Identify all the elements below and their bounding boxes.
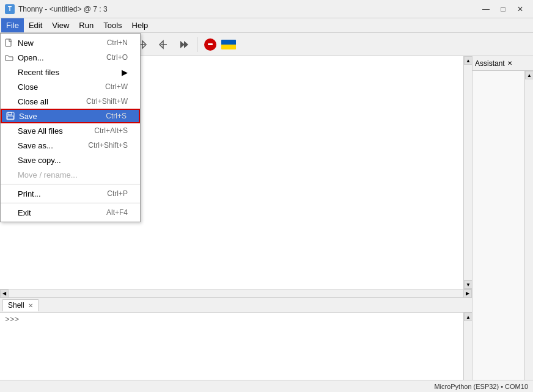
menu-run[interactable]: Run (74, 18, 98, 32)
shell-prompt: >>> (5, 315, 19, 324)
menu-item-close[interactable]: Close Ctrl+W (1, 79, 140, 94)
assistant-content[interactable] (472, 71, 524, 392)
shell-tab[interactable]: Shell ✕ (2, 299, 39, 311)
shell-vscroll-track[interactable] (464, 321, 472, 383)
step-out-button[interactable] (153, 35, 173, 54)
assistant-vscroll-track[interactable] (525, 79, 533, 383)
menu-view[interactable]: View (47, 18, 74, 32)
assistant-tab-label: Assistant (475, 59, 505, 68)
assistant-tab-close[interactable]: ✕ (507, 60, 512, 67)
menu-file[interactable]: File (1, 18, 24, 32)
shell-vscroll-up[interactable]: ▲ (464, 313, 472, 321)
ukraine-flag-icon (221, 40, 236, 49)
menu-item-save-label: Save (19, 112, 94, 121)
menu-item-open-label: Open... (18, 53, 94, 62)
menu-item-new-label: New (18, 38, 95, 48)
menu-item-recent-label: Recent files (18, 68, 122, 77)
menu-item-print[interactable]: Print... Ctrl+P (1, 186, 140, 201)
assistant-content-wrapper: ▲ ▼ (472, 71, 533, 392)
menu-item-new-shortcut: Ctrl+N (107, 38, 128, 47)
editor-vscroll-down[interactable]: ▼ (464, 280, 472, 289)
menu-item-open-shortcut: Ctrl+O (106, 53, 128, 62)
menu-item-close-all-shortcut: Ctrl+Shift+W (86, 97, 128, 106)
toolbar-separator-2 (197, 37, 197, 52)
svg-rect-15 (6, 39, 11, 46)
recent-arrow-icon: ▶ (122, 68, 128, 77)
new-icon (4, 38, 14, 48)
menu-item-save-all[interactable]: Save All files Ctrl+Alt+S (1, 123, 140, 138)
file-dropdown: New Ctrl+N Open... Ctrl+O Recent files ▶… (0, 33, 141, 222)
svg-marker-13 (180, 41, 185, 48)
assistant-panel: Assistant ✕ ▲ ▼ (472, 56, 533, 392)
status-text: MicroPython (ESP32) • COM10 (434, 383, 528, 390)
menu-item-exit[interactable]: Exit Alt+F4 (1, 205, 140, 220)
assistant-tab-bar: Assistant ✕ (472, 56, 533, 71)
editor-hscroll-track[interactable] (9, 289, 463, 297)
menu-item-move-rename: Move / rename... (1, 167, 140, 182)
menu-item-exit-shortcut: Alt+F4 (106, 208, 128, 217)
menu-item-save-copy-label: Save copy... (18, 156, 128, 165)
shell-tab-bar: Shell ✕ (0, 298, 472, 313)
menu-item-recent[interactable]: Recent files ▶ (1, 65, 140, 79)
close-button[interactable]: ✕ (512, 3, 528, 15)
svg-rect-18 (7, 116, 13, 119)
file-dropdown-menu: New Ctrl+N Open... Ctrl+O Recent files ▶… (0, 33, 141, 222)
menu-item-open[interactable]: Open... Ctrl+O (1, 50, 140, 65)
menu-item-close-all[interactable]: Close all Ctrl+Shift+W (1, 94, 140, 109)
menu-separator-1 (1, 184, 140, 184)
menu-item-save[interactable]: Save Ctrl+S (1, 109, 140, 123)
menu-item-print-label: Print... (18, 189, 95, 198)
menu-item-save-as-shortcut: Ctrl+Shift+S (88, 141, 128, 150)
menu-bar: File Edit View Run Tools Help (0, 18, 533, 33)
svg-marker-14 (184, 41, 188, 48)
shell-tab-label: Shell (8, 301, 24, 310)
editor-hscroll[interactable]: ◀ ▶ (0, 289, 472, 297)
resume-icon (178, 39, 189, 50)
window-title: Thonny - <untitled> @ 7 : 3 (18, 5, 478, 13)
shell-tab-close[interactable]: ✕ (28, 302, 33, 309)
assistant-vscroll[interactable]: ▲ ▼ (524, 71, 533, 392)
menu-tools[interactable]: Tools (98, 18, 127, 32)
menu-item-close-label: Close (18, 82, 93, 92)
editor-vscroll[interactable]: ▲ ▼ (463, 56, 472, 289)
menu-item-save-shortcut: Ctrl+S (106, 112, 127, 120)
menu-item-save-all-label: Save All files (18, 126, 82, 136)
title-bar: T Thonny - <untitled> @ 7 : 3 — □ ✕ (0, 0, 533, 18)
menu-item-exit-label: Exit (18, 208, 94, 217)
stop-icon (204, 38, 216, 51)
shell-panel: Shell ✕ >>> ▲ ▼ (0, 297, 472, 392)
maximize-button[interactable]: □ (495, 3, 511, 15)
svg-rect-17 (8, 112, 12, 115)
menu-item-save-copy[interactable]: Save copy... (1, 153, 140, 167)
stop-button[interactable] (200, 35, 220, 54)
menu-item-save-as[interactable]: Save as... Ctrl+Shift+S (1, 138, 140, 153)
menu-edit[interactable]: Edit (24, 18, 47, 32)
editor-hscroll-left[interactable]: ◀ (0, 289, 9, 298)
menu-item-new[interactable]: New Ctrl+N (1, 35, 140, 50)
menu-item-close-shortcut: Ctrl+W (105, 82, 128, 91)
minimize-button[interactable]: — (478, 3, 494, 15)
save-icon (6, 111, 15, 121)
menu-item-save-all-shortcut: Ctrl+Alt+S (94, 126, 128, 135)
menu-help[interactable]: Help (127, 18, 153, 32)
resume-button[interactable] (174, 35, 194, 54)
status-bar: MicroPython (ESP32) • COM10 (0, 380, 533, 392)
window-controls: — □ ✕ (478, 3, 528, 15)
menu-item-print-shortcut: Ctrl+P (107, 189, 128, 198)
app-icon: T (5, 4, 15, 14)
menu-separator-2 (1, 203, 140, 203)
editor-vscroll-track[interactable] (464, 65, 472, 280)
open-icon (4, 53, 14, 62)
menu-item-save-as-label: Save as... (18, 141, 76, 150)
editor-vscroll-up[interactable]: ▲ (464, 56, 472, 65)
assistant-vscroll-up[interactable]: ▲ (525, 71, 533, 79)
menu-item-close-all-label: Close all (18, 97, 74, 106)
menu-item-move-rename-label: Move / rename... (18, 170, 128, 180)
step-out-icon (158, 39, 169, 50)
editor-hscroll-right[interactable]: ▶ (463, 289, 472, 298)
